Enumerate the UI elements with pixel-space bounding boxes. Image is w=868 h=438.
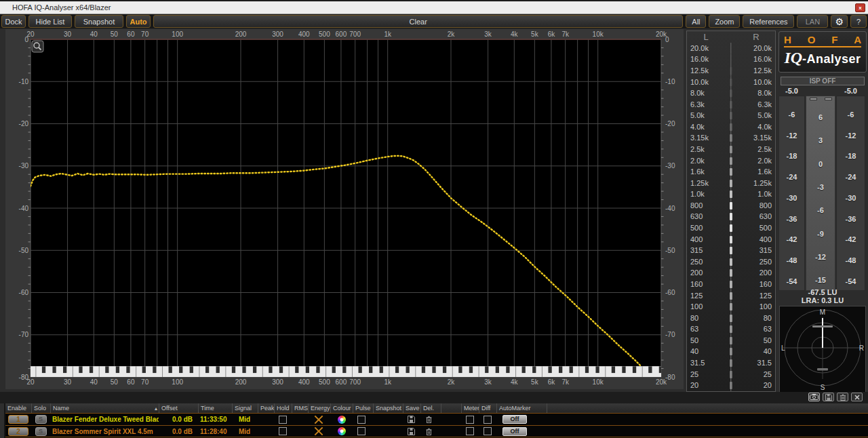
band-level-meter (725, 234, 737, 245)
save-cell[interactable] (403, 414, 420, 425)
diff-cell[interactable] (479, 414, 496, 425)
magnifier-zoom-icon[interactable] (32, 41, 43, 52)
band-row: 10.0k10.0k (687, 77, 775, 88)
save-icon[interactable] (408, 428, 415, 435)
snapshot-cell (373, 414, 403, 425)
gonio-balance-bar[interactable] (817, 368, 828, 371)
svg-text:-60: -60 (665, 289, 675, 296)
meter-cell[interactable] (461, 414, 479, 425)
band-row: 2020 (687, 380, 775, 391)
table-row[interactable]: 2 S Blazer Sommer Spirit XXL 4.5m 0.0 dB… (5, 425, 868, 437)
col-name[interactable]: Name▴ (50, 403, 159, 413)
energy-cell[interactable] (308, 426, 330, 437)
all-button[interactable]: All (686, 15, 706, 28)
pulse-checkbox[interactable] (357, 416, 366, 424)
clear-button[interactable]: Clear (153, 15, 683, 28)
hold-checkbox[interactable] (279, 427, 287, 435)
energy-cell[interactable] (308, 414, 330, 425)
meter-handle-icon[interactable] (825, 98, 832, 100)
col-automarker[interactable]: AutoMarker (496, 403, 547, 413)
left-level-meter[interactable]: -6-12-18-24-30-36-42-48-54 (778, 96, 805, 291)
spectrum-analyser[interactable]: 00-10-10-20-20-30-30-40-40-50-50-60-60-7… (5, 29, 684, 389)
auto-button[interactable]: Auto (126, 15, 151, 28)
band-label-right: 25 (737, 371, 775, 378)
gonio-correlation-bar[interactable] (812, 325, 833, 327)
right-channel-label: R (737, 32, 775, 42)
colour-dot-icon[interactable] (338, 427, 346, 435)
col-solo[interactable]: Solo (31, 403, 50, 413)
pulse-cell[interactable] (353, 426, 373, 437)
automarker-off-button[interactable]: Off (502, 427, 527, 436)
right-level-meter[interactable]: -6-12-18-24-30-36-42-48-54 (836, 96, 865, 291)
save-icon[interactable] (408, 416, 415, 423)
automarker-off-button[interactable]: Off (502, 415, 527, 424)
col-snapshot[interactable]: Snapshot (373, 403, 403, 413)
col-peak[interactable]: Peak (258, 403, 274, 413)
trash-icon[interactable] (425, 428, 433, 435)
help-button[interactable]: ? (850, 15, 867, 28)
isp-off-button[interactable]: ISP OFF (781, 77, 865, 85)
enable-button[interactable]: 1 (8, 415, 28, 424)
track-signal[interactable]: Mid (232, 414, 258, 425)
meter-scale-label: -6 (806, 207, 835, 214)
references-button[interactable]: References (743, 15, 794, 28)
colour-cell[interactable] (330, 426, 353, 437)
meter-handle-icon[interactable] (810, 98, 817, 100)
diff-checkbox[interactable] (484, 416, 492, 424)
colour-cell[interactable] (330, 414, 353, 425)
col-enable[interactable]: Enable (5, 403, 31, 413)
del-cell[interactable] (420, 414, 441, 425)
colour-dot-icon[interactable] (338, 416, 346, 424)
col-meter[interactable]: Meter (461, 403, 479, 413)
spectrum-plot[interactable]: 00-10-10-20-20-30-30-40-40-50-50-60-60-7… (5, 29, 684, 389)
automarker-cell[interactable]: Off (496, 426, 547, 437)
col-signal[interactable]: Signal (232, 403, 258, 413)
meter-checkbox[interactable] (466, 416, 474, 424)
band-row: 8.0k8.0k (687, 87, 775, 99)
col-save[interactable]: Save (403, 403, 420, 413)
trash-icon[interactable] (837, 393, 848, 401)
col-del[interactable]: Del. (420, 403, 441, 413)
lan-button[interactable]: LAN (797, 15, 828, 28)
save-cell[interactable] (403, 426, 420, 437)
col-colour[interactable]: Colour (330, 403, 353, 413)
dock-button[interactable]: Dock (1, 15, 26, 28)
del-cell[interactable] (420, 426, 441, 437)
col-pulse[interactable]: Pulse (353, 403, 373, 413)
col-rms[interactable]: RMS (292, 403, 308, 413)
zoom-button[interactable]: Zoom (709, 15, 740, 28)
band-label-right: 2.5k (737, 146, 775, 153)
pulse-checkbox[interactable] (357, 427, 366, 435)
close-button[interactable]: x (855, 3, 865, 12)
settings-gear-icon[interactable]: ⚙ (831, 15, 848, 28)
diff-cell[interactable] (479, 426, 496, 437)
meter-checkbox[interactable] (466, 427, 474, 435)
trash-icon[interactable] (425, 416, 433, 423)
enable-button[interactable]: 2 (8, 427, 28, 436)
col-diff[interactable]: Diff (479, 403, 496, 413)
col-offset[interactable]: Offset (159, 403, 198, 413)
table-row[interactable]: 1 S Blazer Fender Deluxe Tweed Black 4. … (5, 413, 868, 425)
meter-cell[interactable] (461, 426, 479, 437)
track-signal[interactable]: Mid (232, 426, 258, 437)
col-hold[interactable]: Hold (274, 403, 292, 413)
col-energy[interactable]: Energy (308, 403, 330, 413)
automarker-cell[interactable]: Off (496, 414, 547, 425)
diff-checkbox[interactable] (484, 427, 492, 435)
pulse-cell[interactable] (353, 414, 373, 425)
energy-x-icon[interactable] (314, 415, 323, 424)
hold-cell[interactable] (274, 426, 292, 437)
snapshot-camera-icon[interactable] (808, 393, 820, 401)
hide-list-button[interactable]: Hide List (28, 15, 72, 28)
hold-cell[interactable] (274, 414, 292, 425)
snapshot-button[interactable]: Snapshot (75, 15, 123, 28)
solo-button[interactable]: S (35, 415, 47, 424)
close-list-icon[interactable] (851, 393, 863, 401)
solo-button[interactable]: S (35, 427, 47, 436)
list-gutter[interactable] (0, 403, 5, 438)
hold-checkbox[interactable] (279, 416, 287, 424)
col-time[interactable]: Time (198, 403, 232, 413)
loudness-meter[interactable]: 630-3-6-9-12-15 (806, 96, 835, 291)
energy-x-icon[interactable] (314, 426, 323, 436)
save-icon[interactable] (823, 393, 834, 401)
